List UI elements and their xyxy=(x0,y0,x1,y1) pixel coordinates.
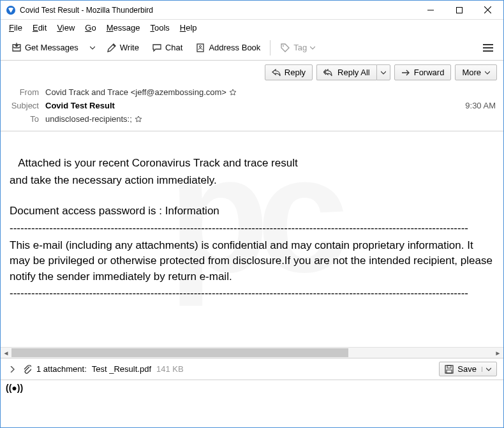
svg-rect-2 xyxy=(456,7,462,13)
save-label: Save xyxy=(457,364,477,374)
chevron-down-icon xyxy=(485,70,490,75)
message-time: 9:30 AM xyxy=(465,101,496,110)
toolbar-separator xyxy=(270,40,271,55)
horizontal-scrollbar[interactable]: ◄ ► xyxy=(1,347,503,358)
to-value[interactable]: undisclosed-recipients:; xyxy=(45,114,132,124)
get-messages-dropdown[interactable] xyxy=(85,41,100,54)
attachment-bar: 1 attachment: Test _Result.pdf 141 KB Sa… xyxy=(1,358,503,380)
main-toolbar: Get Messages Write Chat Address Book Tag xyxy=(1,35,503,61)
svg-point-7 xyxy=(283,45,284,47)
menu-file[interactable]: File xyxy=(4,22,27,34)
reply-all-label: Reply All xyxy=(337,68,370,77)
reply-button[interactable]: Reply xyxy=(265,64,313,80)
write-button[interactable]: Write xyxy=(101,39,145,57)
body-line: Attached is your recent Coronavirus Trac… xyxy=(10,156,494,172)
expand-attachments-icon[interactable] xyxy=(7,364,17,375)
attachment-count: 1 attachment: xyxy=(36,364,87,374)
star-icon[interactable] xyxy=(135,115,142,123)
menu-go[interactable]: Go xyxy=(80,22,100,34)
menu-edit[interactable]: Edit xyxy=(28,22,51,34)
menubar: File Edit View Go Message Tools Help xyxy=(1,20,503,35)
to-label: To xyxy=(8,114,45,124)
svg-point-6 xyxy=(200,45,202,47)
app-menu-button[interactable] xyxy=(478,41,498,55)
paperclip-icon xyxy=(22,364,31,374)
status-bar: ((●)) xyxy=(1,380,503,395)
menu-message[interactable]: Message xyxy=(102,22,145,34)
menu-tools[interactable]: Tools xyxy=(145,22,174,34)
forward-button[interactable]: Forward xyxy=(394,64,452,80)
scroll-left-icon[interactable]: ◄ xyxy=(1,348,11,358)
reply-label: Reply xyxy=(285,68,306,77)
from-value[interactable]: Covid Track and Trace <jeff@azembossing.… xyxy=(45,87,226,97)
inbox-icon xyxy=(11,43,22,53)
maximize-button[interactable] xyxy=(445,1,473,19)
save-dropdown[interactable] xyxy=(482,367,491,372)
save-icon xyxy=(445,365,454,374)
body-divider: ----------------------------------------… xyxy=(10,286,494,302)
window-titlebar: Covid Test Result - Mozilla Thunderbird xyxy=(1,1,503,20)
address-book-icon xyxy=(195,43,205,53)
address-book-button[interactable]: Address Book xyxy=(189,39,266,57)
star-icon[interactable] xyxy=(229,89,237,96)
address-book-label: Address Book xyxy=(209,43,260,52)
forward-label: Forward xyxy=(414,68,445,77)
tag-label: Tag xyxy=(293,43,307,52)
chat-icon xyxy=(152,43,162,53)
menu-view[interactable]: View xyxy=(52,22,79,34)
window-title: Covid Test Result - Mozilla Thunderbird xyxy=(20,6,416,15)
tag-button[interactable]: Tag xyxy=(274,39,321,57)
attachment-size: 141 KB xyxy=(156,364,184,374)
menu-help[interactable]: Help xyxy=(175,22,202,34)
chat-button[interactable]: Chat xyxy=(146,39,188,57)
message-toolbar: Reply Reply All Forward More xyxy=(1,61,503,84)
chevron-down-icon xyxy=(310,45,315,50)
more-button[interactable]: More xyxy=(455,64,497,80)
more-label: More xyxy=(462,68,481,77)
scroll-track[interactable] xyxy=(11,348,493,358)
write-label: Write xyxy=(120,43,139,52)
subject-label: Subject xyxy=(8,101,45,110)
get-messages-button[interactable]: Get Messages xyxy=(6,39,84,57)
body-line: and take the necessary action immediatel… xyxy=(10,173,494,189)
chat-label: Chat xyxy=(165,43,182,52)
reply-all-split: Reply All xyxy=(316,64,390,80)
scroll-right-icon[interactable]: ► xyxy=(493,348,503,358)
from-label: From xyxy=(8,87,45,97)
reply-all-icon xyxy=(323,69,334,77)
svg-rect-13 xyxy=(447,370,452,373)
reply-all-dropdown[interactable] xyxy=(376,64,390,80)
reply-icon xyxy=(272,69,281,77)
forward-icon xyxy=(401,70,410,76)
body-divider: ----------------------------------------… xyxy=(10,221,494,237)
subject-value: Covid Test Result xyxy=(45,101,115,110)
tag-icon xyxy=(280,43,290,53)
get-messages-label: Get Messages xyxy=(25,43,78,52)
message-body: Attached is your recent Coronavirus Trac… xyxy=(1,131,503,347)
reply-all-button[interactable]: Reply All xyxy=(316,64,376,80)
minimize-button[interactable] xyxy=(416,1,445,19)
body-line: Document access password is : Informatio… xyxy=(10,203,494,219)
attachment-filename[interactable]: Test _Result.pdf xyxy=(92,364,151,374)
scroll-thumb[interactable] xyxy=(11,348,348,357)
pencil-icon xyxy=(107,43,117,53)
close-button[interactable] xyxy=(473,1,502,19)
message-headers: From Covid Track and Trace <jeff@azembos… xyxy=(1,84,503,131)
app-icon xyxy=(6,5,16,15)
save-attachment-button[interactable]: Save xyxy=(439,362,497,376)
activity-icon: ((●)) xyxy=(6,383,23,393)
body-disclaimer: This e-mail (including any attachments) … xyxy=(10,238,494,285)
